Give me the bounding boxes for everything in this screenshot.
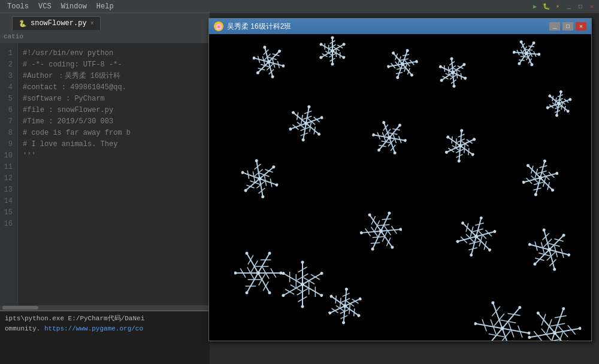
editor-tab[interactable]: 🐍 snowFlower.py × <box>12 16 101 30</box>
svg-point-364 <box>555 171 559 175</box>
code-line-8: # code is far away from b <box>23 128 205 139</box>
line-num: 16 <box>2 219 13 230</box>
svg-point-402 <box>261 195 265 198</box>
svg-point-67 <box>330 48 335 53</box>
pygame-window[interactable]: 🌸 吴秀柔 16级计科2班 _ □ ✕ <box>208 18 592 341</box>
run-icon[interactable]: ▶ <box>530 2 540 11</box>
svg-line-24 <box>264 51 266 55</box>
svg-point-69 <box>331 62 335 66</box>
maximize-icon[interactable]: □ <box>576 2 585 11</box>
menu-vcs[interactable]: VCS <box>34 1 56 12</box>
svg-line-472 <box>489 233 492 236</box>
scroll-indicator[interactable] <box>0 305 210 310</box>
svg-point-293 <box>372 133 376 136</box>
svg-line-569 <box>290 292 294 294</box>
svg-line-171 <box>523 43 525 46</box>
debug-icon[interactable]: 🐛 <box>541 2 551 11</box>
svg-line-197 <box>555 105 558 107</box>
svg-point-221 <box>568 98 572 102</box>
svg-line-429 <box>374 226 378 231</box>
snowflake-canvas <box>209 34 591 341</box>
svg-line-584 <box>311 274 315 277</box>
pygame-maximize-button[interactable]: □ <box>562 22 573 31</box>
svg-line-409 <box>384 226 388 231</box>
svg-line-416 <box>388 238 391 242</box>
menu-window[interactable]: Window <box>56 1 92 12</box>
svg-line-103 <box>403 55 406 56</box>
line-num: 2 <box>2 59 13 71</box>
svg-line-415 <box>386 242 389 246</box>
svg-line-493 <box>544 254 550 256</box>
minimize-icon[interactable]: _ <box>564 2 574 11</box>
menu-help[interactable]: Help <box>92 1 119 12</box>
svg-line-568 <box>285 289 289 292</box>
svg-line-430 <box>373 216 376 220</box>
svg-point-328 <box>457 159 461 163</box>
snowflake <box>240 159 279 198</box>
snowflake <box>513 40 540 67</box>
svg-line-64 <box>333 47 337 48</box>
svg-point-332 <box>472 137 476 141</box>
svg-line-396 <box>264 175 269 177</box>
svg-line-382 <box>255 183 260 184</box>
svg-point-515 <box>528 242 531 246</box>
tab-python-icon: 🐍 <box>19 20 27 28</box>
terminal-link[interactable]: https://www.pygame.org/co <box>44 325 143 332</box>
menu-tools[interactable]: Tools <box>2 1 34 12</box>
pygame-app-icon: 🌸 <box>214 22 223 31</box>
snowflake <box>438 57 468 87</box>
svg-point-477 <box>456 239 460 244</box>
svg-point-585 <box>300 282 305 287</box>
svg-line-455 <box>466 234 470 238</box>
svg-point-72 <box>331 36 335 40</box>
snowflake <box>360 210 402 252</box>
svg-line-211 <box>562 102 565 105</box>
svg-line-283 <box>383 128 386 131</box>
svg-line-579 <box>298 268 302 274</box>
svg-line-459 <box>462 223 476 236</box>
svg-line-140 <box>458 66 461 67</box>
svg-line-322 <box>465 144 468 146</box>
svg-line-535 <box>250 273 254 279</box>
svg-line-666 <box>555 329 580 333</box>
svg-point-107 <box>396 76 400 80</box>
svg-point-697 <box>578 327 582 330</box>
svg-line-684 <box>534 330 537 336</box>
svg-line-655 <box>508 321 516 323</box>
pygame-close-button[interactable]: ✕ <box>576 22 586 31</box>
svg-line-417 <box>371 231 383 249</box>
pygame-minimize-button[interactable]: _ <box>549 22 560 31</box>
svg-line-519 <box>266 273 270 279</box>
svg-line-423 <box>371 227 375 232</box>
svg-line-496 <box>530 244 549 250</box>
svg-line-0 <box>269 62 284 66</box>
code-line-4: #contact : 499861045@qq. <box>23 82 205 93</box>
svg-line-286 <box>388 133 393 134</box>
svg-line-199 <box>551 107 553 108</box>
profile-icon[interactable]: ⚡ <box>553 2 562 11</box>
svg-line-457 <box>461 236 464 239</box>
svg-line-74 <box>403 62 417 64</box>
code-line-15 <box>23 207 205 219</box>
svg-line-686 <box>538 311 555 335</box>
svg-line-578 <box>302 266 307 271</box>
svg-line-385 <box>243 172 260 178</box>
tab-close-button[interactable]: × <box>90 20 94 27</box>
svg-line-324 <box>470 141 473 143</box>
close-icon[interactable]: ✕ <box>587 2 597 11</box>
code-line-12 <box>23 173 205 184</box>
svg-line-29 <box>273 54 276 55</box>
svg-line-82 <box>407 71 410 74</box>
svg-line-583 <box>315 277 319 280</box>
svg-line-22 <box>264 56 267 60</box>
svg-line-433 <box>384 225 390 225</box>
svg-line-507 <box>554 245 560 247</box>
svg-line-280 <box>388 129 391 133</box>
svg-line-394 <box>255 166 258 170</box>
svg-line-542 <box>248 260 250 265</box>
toolbar: ▶ 🐛 ⚡ _ □ ✕ <box>210 0 599 13</box>
svg-point-401 <box>275 183 279 187</box>
svg-line-488 <box>551 251 555 257</box>
svg-point-290 <box>404 139 407 142</box>
scroll-thumb[interactable] <box>2 306 38 310</box>
